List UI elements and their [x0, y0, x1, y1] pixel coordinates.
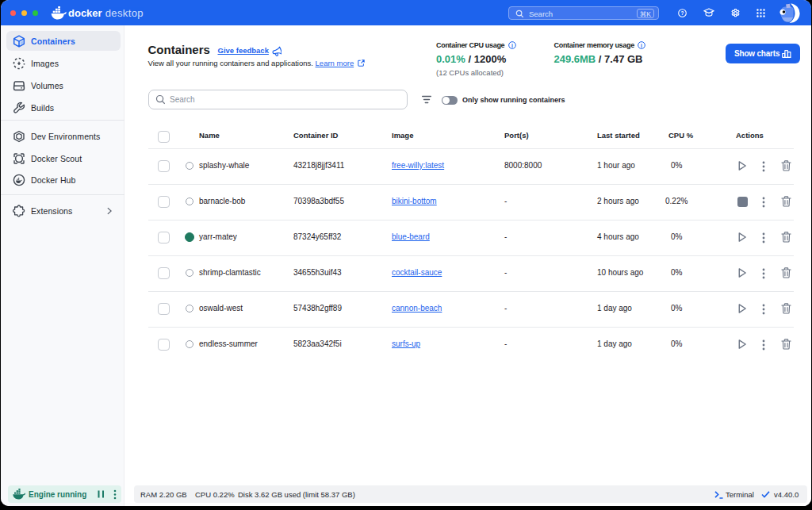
- svg-text:i: i: [641, 42, 642, 48]
- svg-text:?: ?: [680, 10, 684, 15]
- svg-text:i: i: [511, 42, 513, 48]
